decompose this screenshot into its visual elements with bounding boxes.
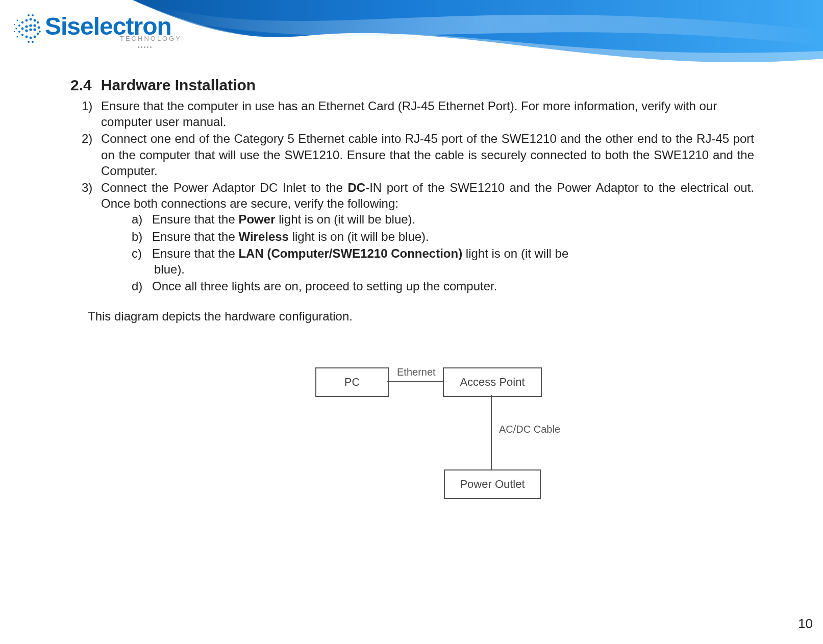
step-3-sublist: Ensure that the Power light is on (it wi… [132, 211, 754, 294]
svg-point-28 [17, 20, 18, 21]
svg-point-18 [34, 36, 36, 38]
diagram-line-ethernet [387, 381, 443, 382]
svg-point-22 [28, 14, 30, 16]
page-content: 2.4Hardware Installation Ensure that the… [70, 77, 754, 324]
globe-icon [7, 5, 42, 48]
sub-c: Ensure that the LAN (Computer/SWE1210 Co… [132, 245, 754, 277]
step-2-text: Connect one end of the Category 5 Ethern… [101, 132, 754, 177]
sub-d-text: Once all three lights are on, proceed to… [152, 279, 497, 293]
step-3-bold: DC- [347, 181, 369, 194]
svg-point-0 [25, 25, 28, 28]
svg-point-17 [30, 37, 32, 39]
section-heading: 2.4Hardware Installation [70, 77, 754, 94]
sub-b-bold: Wireless [238, 230, 289, 243]
svg-point-13 [37, 21, 39, 23]
svg-point-26 [14, 24, 15, 25]
diagram-label-acdc: AC/DC Cable [499, 424, 560, 435]
svg-point-9 [21, 21, 23, 23]
svg-point-27 [14, 31, 15, 32]
svg-point-14 [18, 31, 20, 33]
svg-point-15 [21, 34, 23, 36]
sub-c-post: light is on (it will be [462, 246, 568, 260]
diagram-box-pc: PC [315, 367, 389, 397]
diagram-caption: This diagram depicts the hardware config… [88, 309, 754, 324]
sub-a: Ensure that the Power light is on (it wi… [132, 211, 754, 227]
sub-b: Ensure that the Wireless light is on (it… [132, 229, 754, 244]
svg-point-7 [38, 27, 40, 29]
svg-point-3 [21, 28, 24, 30]
svg-point-6 [33, 28, 36, 31]
page-number: 10 [798, 616, 813, 632]
svg-point-4 [25, 29, 28, 32]
step-2: Connect one end of the Category 5 Ethern… [82, 131, 754, 179]
section-title-text: Hardware Installation [101, 77, 256, 93]
section-number: 2.4 [70, 77, 92, 93]
svg-point-23 [32, 14, 34, 16]
svg-point-12 [34, 19, 36, 22]
svg-point-11 [30, 18, 32, 21]
step-3: Connect the Power Adaptor DC Inlet to th… [82, 180, 754, 294]
svg-point-2 [33, 24, 36, 27]
sub-b-post: light is on (it will be blue). [289, 230, 429, 243]
svg-point-21 [39, 31, 41, 33]
ordered-steps: Ensure that the computer in use has an E… [82, 98, 754, 294]
svg-point-24 [28, 41, 30, 43]
sub-a-bold: Power [238, 212, 275, 226]
sub-b-pre: Ensure that the [152, 230, 238, 243]
brand-name: Siselectron [45, 5, 171, 39]
sub-d: Once all three lights are on, proceed to… [132, 278, 754, 294]
svg-point-25 [32, 41, 34, 43]
svg-point-8 [18, 24, 20, 27]
diagram-label-ethernet: Ethernet [397, 366, 436, 378]
svg-point-5 [29, 28, 32, 31]
hardware-diagram: PC Access Point Power Outlet Ethernet AC… [315, 367, 581, 500]
step-3-pre: Connect the Power Adaptor DC Inlet to th… [101, 181, 347, 194]
sub-c-bold: LAN (Computer/SWE1210 Connection) [238, 246, 462, 260]
brand-dots: ••••• [138, 44, 153, 50]
svg-point-10 [26, 19, 28, 22]
svg-point-29 [17, 36, 18, 38]
step-1-text: Ensure that the computer in use has an E… [101, 99, 717, 129]
sub-c-pre: Ensure that the [152, 246, 238, 260]
svg-point-1 [29, 24, 32, 27]
diagram-box-power-outlet: Power Outlet [444, 469, 541, 499]
sub-a-post: light is on (it will be blue). [275, 212, 415, 226]
diagram-line-acdc [491, 395, 492, 469]
page-header-banner: Siselectron TECHNOLOGY ••••• [0, 0, 823, 66]
svg-point-16 [26, 36, 28, 38]
sub-c-tail: blue). [152, 262, 185, 276]
step-1: Ensure that the computer in use has an E… [82, 98, 754, 130]
sub-a-pre: Ensure that the [152, 212, 238, 226]
diagram-box-access-point: Access Point [443, 367, 542, 397]
brand-subtitle: TECHNOLOGY [120, 35, 182, 42]
svg-point-19 [37, 33, 39, 35]
svg-point-20 [15, 28, 17, 29]
